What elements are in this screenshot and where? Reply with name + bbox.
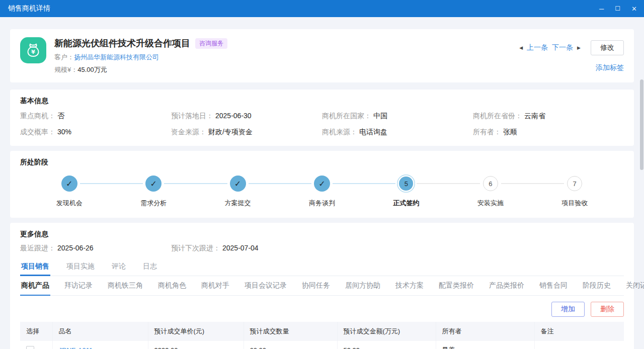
scale-value: 45.00万元: [77, 66, 107, 73]
field-next-followup: 预计下次跟进：2025-07-04: [171, 244, 322, 253]
opportunity-header-card: ¥ 新能源光伏组件技术升级合作项目 咨询服务 客户：扬州晶华新能源科技有限公司 …: [10, 29, 634, 82]
header-actions: ◀ 上一条 下一条 ▶ 修改 添加标签: [519, 37, 624, 72]
basic-info-fields: 重点商机：否 预计落地日：2025-06-30 商机所在国家：中国 商机所在省份…: [20, 112, 624, 137]
stage-step-1[interactable]: ✓ 发现机会: [27, 175, 111, 208]
cell-amount: 59.99: [337, 341, 436, 349]
page-body: ¥ 新能源光伏组件技术升级合作项目 咨询服务 客户：扬州晶华新能源科技有限公司 …: [0, 17, 644, 349]
cell-quantity: 60.00: [244, 341, 337, 349]
prev-arrow-icon[interactable]: ◀: [519, 45, 523, 50]
table-row: JRNE-A011 9999.00 60.00 59.99 晁盖: [20, 341, 624, 349]
tab-logs[interactable]: 日志: [142, 259, 158, 276]
check-icon: ✓: [145, 176, 162, 192]
field-key-opportunity: 重点商机：否: [20, 112, 171, 121]
basic-info-title: 基本信息: [20, 97, 624, 106]
customer-link[interactable]: 扬州晶华新能源科技有限公司: [74, 53, 159, 61]
more-info-card: 更多信息 最近跟进：2025-06-26 预计下次跟进：2025-07-04 项…: [10, 223, 634, 349]
basic-info-card: 基本信息 重点商机：否 预计落地日：2025-06-30 商机所在国家：中国 商…: [10, 90, 634, 146]
col-quantity: 预计成交数量: [244, 322, 337, 341]
svg-text:¥: ¥: [31, 49, 35, 55]
stage-title: 所处阶段: [20, 158, 624, 167]
opportunity-type-badge: 咨询服务: [195, 38, 227, 49]
field-province: 商机所在省份：云南省: [473, 112, 624, 121]
stage-step-7[interactable]: 7 项目验收: [533, 175, 617, 208]
window-controls: ─ ☐ ✕: [599, 6, 637, 12]
row-checkbox[interactable]: [26, 346, 34, 349]
subtab-close-records[interactable]: 关闭记录: [625, 276, 644, 295]
subtab-sales-contracts[interactable]: 销售合同: [538, 276, 569, 295]
subtab-product-quotes[interactable]: 产品类报价: [488, 276, 525, 295]
subtab-stage-history[interactable]: 阶段历史: [582, 276, 612, 295]
stage-step-6[interactable]: 6 安装实施: [448, 175, 532, 208]
step-number-badge: 6: [483, 176, 498, 191]
customer-label: 客户：: [54, 53, 74, 61]
check-icon: ✓: [314, 176, 330, 192]
product-name-link[interactable]: JRNE-A011: [59, 346, 93, 349]
field-expected-close-date: 预计落地日：2025-06-30: [171, 112, 322, 121]
edit-button[interactable]: 修改: [591, 40, 624, 55]
col-owner: 所有者: [436, 322, 534, 341]
check-icon: ✓: [230, 176, 246, 192]
subtab-opportunity-products[interactable]: 商机产品: [20, 276, 50, 295]
field-funding-source: 资金来源：财政/专项资金: [171, 128, 322, 137]
subtab-intermediary-assist[interactable]: 居间方协助: [344, 276, 381, 295]
field-owner: 所有者：张顺: [473, 128, 624, 137]
window-title: 销售商机详情: [8, 4, 50, 13]
check-icon: ✓: [61, 176, 77, 192]
tab-comments[interactable]: 评论: [111, 259, 127, 276]
stage-step-2[interactable]: ✓ 需求分析: [111, 175, 195, 208]
vertical-scrollbar[interactable]: [640, 79, 643, 170]
delete-button[interactable]: 删除: [591, 302, 624, 317]
cell-remark: [534, 341, 624, 349]
subtab-iron-triangle[interactable]: 商机铁三角: [107, 276, 144, 295]
minimize-icon[interactable]: ─: [599, 6, 604, 12]
primary-tabs: 项目销售 项目实施 评论 日志: [20, 259, 624, 276]
field-win-probability: 成交概率：30%: [20, 128, 171, 137]
add-button[interactable]: 增加: [551, 302, 585, 317]
subtab-config-quotes[interactable]: 配置类报价: [438, 276, 475, 295]
subtab-meeting-records[interactable]: 项目会议记录: [244, 276, 288, 295]
col-amount: 预计成交金额(万元): [337, 322, 436, 341]
cell-owner: 晁盖: [436, 341, 534, 349]
table-header-row: 选择 品名 预计成交单价(元) 预计成交数量 预计成交金额(万元) 所有者 备注: [20, 322, 624, 341]
more-info-title: 更多信息: [20, 230, 624, 239]
step-number-badge: 7: [567, 176, 582, 191]
subtab-collaboration-tasks[interactable]: 协同任务: [301, 276, 331, 295]
field-country: 商机所在国家：中国: [322, 112, 473, 121]
stage-card: 所处阶段 ✓ 发现机会 ✓ 需求分析 ✓ 方案提交 ✓ 商务谈判 5 正式签约: [10, 151, 634, 218]
table-actions: 增加 删除: [20, 302, 624, 317]
col-remark: 备注: [534, 322, 624, 341]
subtab-opportunity-roles[interactable]: 商机角色: [157, 276, 187, 295]
money-bag-icon: ¥: [20, 37, 46, 63]
field-lead-source: 商机来源：电话询盘: [322, 128, 473, 137]
opportunity-title: 新能源光伏组件技术升级合作项目: [54, 37, 190, 49]
col-unit-price: 预计成交单价(元): [148, 322, 244, 341]
window-titlebar: 销售商机详情 ─ ☐ ✕: [0, 0, 644, 17]
more-info-fields: 最近跟进：2025-06-26 预计下次跟进：2025-07-04: [20, 244, 624, 253]
maximize-icon[interactable]: ☐: [615, 6, 620, 12]
col-select: 选择: [20, 322, 52, 341]
step-number-badge: 5: [399, 177, 413, 191]
stage-stepper: ✓ 发现机会 ✓ 需求分析 ✓ 方案提交 ✓ 商务谈判 5 正式签约 6 安装实…: [20, 175, 624, 208]
subtab-visit-records[interactable]: 拜访记录: [63, 276, 94, 295]
stage-step-4[interactable]: ✓ 商务谈判: [280, 175, 364, 208]
scale-label: 规模¥：: [54, 66, 77, 73]
tab-project-sales[interactable]: 项目销售: [20, 259, 50, 276]
opportunity-summary: 新能源光伏组件技术升级合作项目 咨询服务 客户：扬州晶华新能源科技有限公司 规模…: [54, 37, 519, 74]
secondary-tabs: 商机产品 拜访记录 商机铁三角 商机角色 商机对手 项目会议记录 协同任务 居间…: [20, 276, 624, 296]
close-icon[interactable]: ✕: [631, 6, 637, 12]
next-record-link[interactable]: 下一条: [552, 43, 573, 52]
tab-project-implementation[interactable]: 项目实施: [65, 259, 96, 276]
field-last-followup: 最近跟进：2025-06-26: [20, 244, 171, 253]
col-product-name: 品名: [52, 322, 148, 341]
stage-step-5-current[interactable]: 5 正式签约: [364, 175, 448, 208]
next-arrow-icon[interactable]: ▶: [577, 45, 581, 50]
subtab-technical-proposal[interactable]: 技术方案: [394, 276, 425, 295]
products-table: 选择 品名 预计成交单价(元) 预计成交数量 预计成交金额(万元) 所有者 备注…: [20, 322, 624, 349]
cell-unit-price: 9999.00: [148, 341, 244, 349]
prev-record-link[interactable]: 上一条: [527, 43, 548, 52]
subtab-competitors[interactable]: 商机对手: [200, 276, 230, 295]
add-tag-link[interactable]: 添加标签: [596, 63, 624, 72]
stage-step-3[interactable]: ✓ 方案提交: [196, 175, 280, 208]
